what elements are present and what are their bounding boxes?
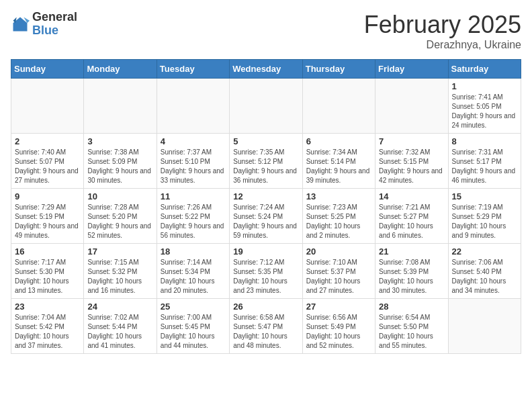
day-info: Sunrise: 7:23 AM Sunset: 5:25 PM Dayligh…: [306, 203, 371, 240]
day-number: 25: [161, 302, 226, 312]
calendar-cell: [448, 299, 521, 354]
day-number: 21: [379, 246, 444, 257]
day-info: Sunrise: 7:28 AM Sunset: 5:20 PM Dayligh…: [87, 203, 152, 240]
day-number: 13: [306, 191, 371, 201]
day-info: Sunrise: 7:21 AM Sunset: 5:27 PM Dayligh…: [379, 203, 444, 240]
day-info: Sunrise: 7:29 AM Sunset: 5:19 PM Dayligh…: [15, 203, 80, 240]
day-number: 10: [87, 191, 152, 201]
day-number: 27: [306, 302, 371, 312]
calendar-week-row-5: 23Sunrise: 7:04 AM Sunset: 5:42 PM Dayli…: [11, 299, 521, 354]
calendar-cell: 11Sunrise: 7:26 AM Sunset: 5:22 PM Dayli…: [157, 189, 229, 244]
calendar-cell: 26Sunrise: 6:58 AM Sunset: 5:47 PM Dayli…: [230, 299, 302, 354]
logo: General Blue: [11, 11, 77, 38]
calendar-cell: [84, 79, 157, 134]
calendar-cell: 19Sunrise: 7:12 AM Sunset: 5:35 PM Dayli…: [230, 244, 302, 299]
calendar-week-row-3: 9Sunrise: 7:29 AM Sunset: 5:19 PM Daylig…: [11, 189, 521, 244]
calendar-cell: 17Sunrise: 7:15 AM Sunset: 5:32 PM Dayli…: [84, 244, 157, 299]
day-number: 22: [452, 246, 517, 257]
day-number: 5: [233, 136, 298, 146]
day-number: 14: [379, 191, 444, 201]
calendar-cell: 21Sunrise: 7:08 AM Sunset: 5:39 PM Dayli…: [375, 244, 448, 299]
day-number: 12: [233, 191, 298, 201]
day-info: Sunrise: 7:31 AM Sunset: 5:17 PM Dayligh…: [452, 148, 517, 185]
calendar-week-row-4: 16Sunrise: 7:17 AM Sunset: 5:30 PM Dayli…: [11, 244, 521, 299]
day-number: 18: [161, 246, 226, 257]
day-number: 6: [306, 136, 371, 146]
calendar-cell: 7Sunrise: 7:32 AM Sunset: 5:15 PM Daylig…: [375, 134, 448, 189]
calendar-cell: 15Sunrise: 7:19 AM Sunset: 5:29 PM Dayli…: [448, 189, 521, 244]
logo-icon: [11, 15, 30, 34]
calendar-cell: 25Sunrise: 7:00 AM Sunset: 5:45 PM Dayli…: [157, 299, 229, 354]
weekday-header-row: SundayMondayTuesdayWednesdayThursdayFrid…: [11, 60, 521, 79]
day-number: 23: [15, 302, 80, 312]
header: General Blue February 2025 Derazhnya, Uk…: [11, 11, 521, 51]
weekday-header-friday: Friday: [375, 60, 448, 79]
calendar-cell: 8Sunrise: 7:31 AM Sunset: 5:17 PM Daylig…: [448, 134, 521, 189]
calendar-cell: 18Sunrise: 7:14 AM Sunset: 5:34 PM Dayli…: [157, 244, 229, 299]
weekday-header-thursday: Thursday: [302, 60, 375, 79]
day-info: Sunrise: 7:15 AM Sunset: 5:32 PM Dayligh…: [87, 258, 152, 295]
logo-general-text: General: [32, 11, 77, 24]
day-info: Sunrise: 7:10 AM Sunset: 5:37 PM Dayligh…: [306, 258, 371, 295]
day-info: Sunrise: 7:32 AM Sunset: 5:15 PM Dayligh…: [379, 148, 444, 185]
day-info: Sunrise: 7:00 AM Sunset: 5:45 PM Dayligh…: [161, 313, 226, 351]
month-title: February 2025: [364, 11, 521, 39]
day-info: Sunrise: 7:06 AM Sunset: 5:40 PM Dayligh…: [452, 258, 517, 295]
day-number: 16: [15, 246, 80, 257]
calendar-cell: 13Sunrise: 7:23 AM Sunset: 5:25 PM Dayli…: [302, 189, 375, 244]
day-info: Sunrise: 6:56 AM Sunset: 5:49 PM Dayligh…: [306, 313, 371, 351]
day-number: 17: [87, 246, 152, 257]
calendar-cell: 4Sunrise: 7:37 AM Sunset: 5:10 PM Daylig…: [157, 134, 229, 189]
day-info: Sunrise: 7:34 AM Sunset: 5:14 PM Dayligh…: [306, 148, 371, 185]
day-number: 3: [87, 136, 152, 146]
day-number: 26: [233, 302, 298, 312]
calendar-week-row-2: 2Sunrise: 7:40 AM Sunset: 5:07 PM Daylig…: [11, 134, 521, 189]
calendar-cell: [157, 79, 229, 134]
location-subtitle: Derazhnya, Ukraine: [364, 39, 521, 51]
day-number: 20: [306, 246, 371, 257]
day-info: Sunrise: 6:54 AM Sunset: 5:50 PM Dayligh…: [379, 313, 444, 351]
day-number: 2: [15, 136, 80, 146]
calendar-cell: 16Sunrise: 7:17 AM Sunset: 5:30 PM Dayli…: [11, 244, 84, 299]
calendar-cell: 5Sunrise: 7:35 AM Sunset: 5:12 PM Daylig…: [230, 134, 302, 189]
day-number: 15: [452, 191, 517, 201]
calendar-cell: 27Sunrise: 6:56 AM Sunset: 5:49 PM Dayli…: [302, 299, 375, 354]
calendar-cell: 1Sunrise: 7:41 AM Sunset: 5:05 PM Daylig…: [448, 79, 521, 134]
calendar-cell: [375, 79, 448, 134]
day-number: 4: [161, 136, 226, 146]
weekday-header-tuesday: Tuesday: [157, 60, 229, 79]
calendar-cell: 28Sunrise: 6:54 AM Sunset: 5:50 PM Dayli…: [375, 299, 448, 354]
day-info: Sunrise: 7:35 AM Sunset: 5:12 PM Dayligh…: [233, 148, 298, 185]
calendar-cell: 24Sunrise: 7:02 AM Sunset: 5:44 PM Dayli…: [84, 299, 157, 354]
day-info: Sunrise: 7:41 AM Sunset: 5:05 PM Dayligh…: [452, 93, 517, 130]
calendar-cell: 2Sunrise: 7:40 AM Sunset: 5:07 PM Daylig…: [11, 134, 84, 189]
day-info: Sunrise: 7:19 AM Sunset: 5:29 PM Dayligh…: [452, 203, 517, 240]
calendar-cell: 14Sunrise: 7:21 AM Sunset: 5:27 PM Dayli…: [375, 189, 448, 244]
day-info: Sunrise: 7:24 AM Sunset: 5:24 PM Dayligh…: [233, 203, 298, 240]
calendar-cell: 23Sunrise: 7:04 AM Sunset: 5:42 PM Dayli…: [11, 299, 84, 354]
calendar-cell: [11, 79, 84, 134]
calendar-cell: 6Sunrise: 7:34 AM Sunset: 5:14 PM Daylig…: [302, 134, 375, 189]
day-number: 7: [379, 136, 444, 146]
day-info: Sunrise: 7:14 AM Sunset: 5:34 PM Dayligh…: [161, 258, 226, 295]
day-info: Sunrise: 7:17 AM Sunset: 5:30 PM Dayligh…: [15, 258, 80, 295]
calendar-cell: [302, 79, 375, 134]
calendar-cell: 10Sunrise: 7:28 AM Sunset: 5:20 PM Dayli…: [84, 189, 157, 244]
day-info: Sunrise: 6:58 AM Sunset: 5:47 PM Dayligh…: [233, 313, 298, 351]
weekday-header-wednesday: Wednesday: [230, 60, 302, 79]
day-number: 28: [379, 302, 444, 312]
calendar-cell: 12Sunrise: 7:24 AM Sunset: 5:24 PM Dayli…: [230, 189, 302, 244]
weekday-header-sunday: Sunday: [11, 60, 84, 79]
calendar-cell: 22Sunrise: 7:06 AM Sunset: 5:40 PM Dayli…: [448, 244, 521, 299]
day-number: 1: [452, 81, 517, 91]
day-info: Sunrise: 7:08 AM Sunset: 5:39 PM Dayligh…: [379, 258, 444, 295]
calendar-cell: [230, 79, 302, 134]
day-number: 9: [15, 191, 80, 201]
calendar-cell: 20Sunrise: 7:10 AM Sunset: 5:37 PM Dayli…: [302, 244, 375, 299]
logo-blue-text: Blue: [32, 24, 77, 38]
logo-text: General Blue: [32, 11, 77, 38]
day-info: Sunrise: 7:37 AM Sunset: 5:10 PM Dayligh…: [161, 148, 226, 185]
calendar-table: SundayMondayTuesdayWednesdayThursdayFrid…: [11, 59, 521, 354]
weekday-header-saturday: Saturday: [448, 60, 521, 79]
day-info: Sunrise: 7:12 AM Sunset: 5:35 PM Dayligh…: [233, 258, 298, 295]
